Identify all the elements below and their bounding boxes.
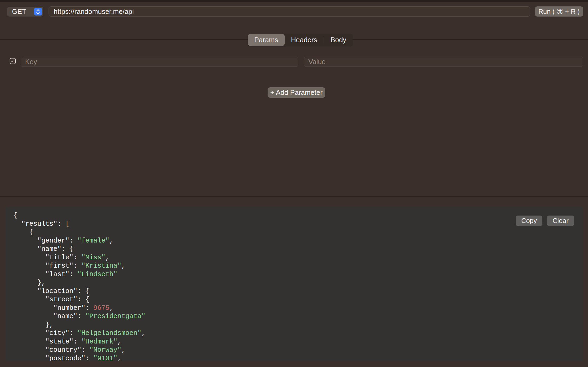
tab-params[interactable]: Params — [248, 34, 285, 46]
code-line: "city": "Helgelandsmoen", — [13, 329, 145, 338]
tab-body[interactable]: Body — [324, 34, 353, 46]
code-line: "name": "Presidentgata" — [13, 312, 145, 321]
response-json: { "results": [ { "gender": "female", "na… — [13, 211, 145, 361]
response-panel[interactable]: { "results": [ { "gender": "female", "na… — [5, 206, 583, 361]
code-line: { — [13, 228, 145, 237]
add-parameter-button[interactable]: + Add Parameter — [268, 87, 325, 98]
code-line: }, — [13, 321, 145, 329]
code-line: "postcode": "9101", — [13, 354, 145, 361]
select-stepper-icon — [34, 8, 42, 15]
response-actions: Copy Clear — [516, 216, 574, 226]
code-line: "gender": "female", — [13, 237, 145, 245]
window-top-edge — [0, 0, 588, 2]
checkmark-icon: ✓ — [11, 59, 14, 63]
code-line: }, — [13, 279, 145, 287]
method-select-value: GET — [12, 7, 26, 16]
code-line: { — [13, 211, 145, 220]
code-line: "location": { — [13, 287, 145, 296]
run-button[interactable]: Run ( ⌘ + R ) — [535, 6, 583, 17]
api-client-window: GET Run ( ⌘ + R ) Params Headers Body ✓ … — [0, 0, 588, 367]
code-line: "title": "Miss", — [13, 253, 145, 262]
request-tabs: Params Headers Body — [248, 34, 353, 46]
param-value-input[interactable] — [304, 57, 583, 67]
url-input[interactable] — [49, 6, 530, 17]
tab-headers[interactable]: Headers — [285, 34, 324, 46]
response-divider — [0, 196, 588, 197]
code-line: "last": "Lindseth" — [13, 270, 145, 279]
code-line: "number": 9675, — [13, 304, 145, 313]
param-enabled-checkbox[interactable]: ✓ — [10, 58, 16, 64]
code-line: "results": [ — [13, 220, 145, 228]
copy-button[interactable]: Copy — [516, 216, 542, 226]
code-line: "state": "Hedmark", — [13, 338, 145, 346]
code-line: "country": "Norway", — [13, 346, 145, 354]
code-line: "first": "Kristina", — [13, 262, 145, 270]
code-line: "street": { — [13, 295, 145, 304]
param-key-input[interactable] — [21, 57, 298, 67]
method-select[interactable]: GET — [7, 7, 43, 17]
clear-button[interactable]: Clear — [547, 216, 574, 226]
code-line: "name": { — [13, 245, 145, 253]
